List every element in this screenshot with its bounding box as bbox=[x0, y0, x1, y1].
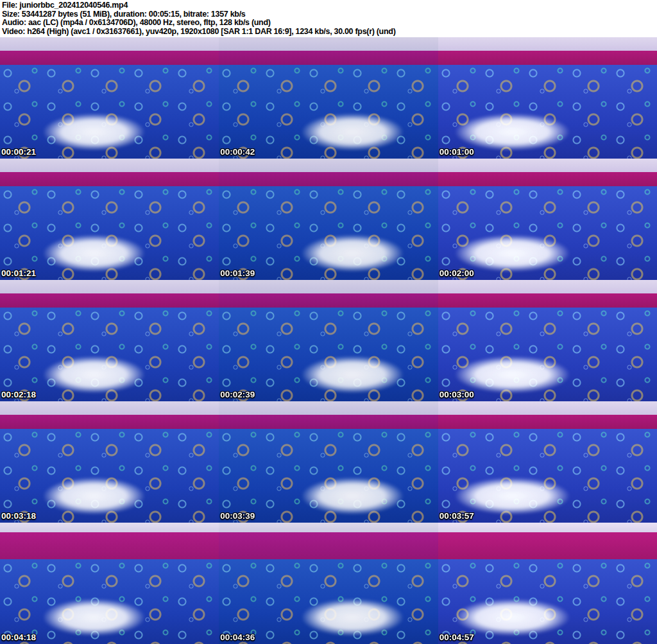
metadata-header: File: juniorbbc_202412040546.mp4 Size: 5… bbox=[0, 0, 657, 37]
thumbnail: 00:01:00 bbox=[438, 37, 657, 159]
pillow-shape bbox=[456, 114, 569, 150]
pillow-shape bbox=[44, 478, 144, 514]
thumbnail: 00:03:57 bbox=[438, 401, 657, 523]
thumbnail: 00:04:57 bbox=[438, 523, 657, 644]
timestamp-badge: 00:03:18 bbox=[1, 511, 36, 521]
timestamp-badge: 00:01:00 bbox=[439, 147, 474, 157]
audio-line: Audio: aac (LC) (mp4a / 0x6134706D), 480… bbox=[2, 19, 657, 28]
thumbnail: 00:01:39 bbox=[219, 159, 438, 280]
timestamp-badge: 00:03:57 bbox=[439, 511, 474, 521]
timestamp-badge: 00:03:39 bbox=[220, 511, 255, 521]
timestamp-badge: 00:02:00 bbox=[439, 268, 474, 278]
pillow-shape bbox=[44, 599, 144, 636]
timestamp-badge: 00:04:36 bbox=[220, 632, 255, 642]
timestamp-badge: 00:04:57 bbox=[439, 632, 474, 642]
thumbnail-grid: 00:00:21 00:00:42 00:01:00 00:01:21 00:0… bbox=[0, 37, 657, 644]
pillow-shape bbox=[456, 235, 569, 272]
thumbnail: 00:02:39 bbox=[219, 280, 438, 401]
timestamp-badge: 00:03:00 bbox=[439, 390, 474, 399]
timestamp-badge: 00:01:21 bbox=[1, 268, 36, 278]
thumbnail: 00:04:18 bbox=[0, 523, 219, 644]
video-line: Video: h264 (High) (avc1 / 0x31637661), … bbox=[2, 28, 657, 37]
size-line: Size: 53441287 bytes (51 MiB), duration:… bbox=[2, 10, 657, 19]
thumbnail: 00:01:21 bbox=[0, 159, 219, 280]
thumbnail: 00:03:18 bbox=[0, 401, 219, 523]
timestamp-badge: 00:04:18 bbox=[1, 632, 36, 642]
timestamp-badge: 00:02:18 bbox=[1, 390, 36, 399]
timestamp-badge: 00:02:39 bbox=[220, 390, 255, 399]
pillow-shape bbox=[302, 478, 403, 514]
pillow-shape bbox=[44, 235, 144, 272]
timestamp-badge: 00:01:39 bbox=[220, 268, 255, 278]
thumbnail: 00:00:21 bbox=[0, 37, 219, 159]
pillow-shape bbox=[302, 114, 403, 150]
thumbnail: 00:03:39 bbox=[219, 401, 438, 523]
thumbnail: 00:04:36 bbox=[219, 523, 438, 644]
pillow-shape bbox=[456, 599, 569, 636]
thumbnail: 00:02:18 bbox=[0, 280, 219, 401]
pillow-shape bbox=[456, 478, 569, 514]
pillow-shape bbox=[44, 356, 144, 393]
pillow-shape bbox=[302, 235, 403, 272]
thumbnail: 00:02:00 bbox=[438, 159, 657, 280]
timestamp-badge: 00:00:42 bbox=[220, 147, 255, 157]
thumbnail: 00:03:00 bbox=[438, 280, 657, 401]
pillow-shape bbox=[456, 356, 569, 393]
thumbnail: 00:00:42 bbox=[219, 37, 438, 159]
pillow-shape bbox=[44, 114, 144, 150]
timestamp-badge: 00:00:21 bbox=[1, 147, 36, 157]
pillow-shape bbox=[302, 356, 403, 393]
pillow-shape bbox=[302, 599, 403, 636]
file-line: File: juniorbbc_202412040546.mp4 bbox=[2, 1, 657, 10]
